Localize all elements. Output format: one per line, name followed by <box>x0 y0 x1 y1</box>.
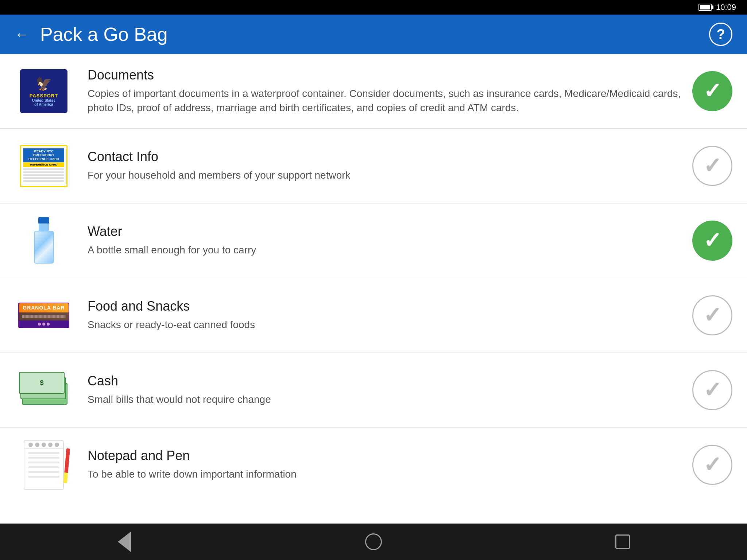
list-item-documents[interactable]: 🦅 PASSPORT United Statesof America Docum… <box>0 54 747 129</box>
status-time: 10:09 <box>716 3 736 12</box>
list-item-water[interactable]: Water A bottle small enough for you to c… <box>0 203 747 278</box>
check-icon: ✓ <box>703 230 721 252</box>
notepad-icon <box>15 439 73 490</box>
notepad-pen-text: Notepad and Pen To be able to write down… <box>88 448 681 481</box>
water-title: Water <box>88 224 681 239</box>
cash-check[interactable]: ✓ <box>692 370 732 410</box>
nav-recents-button[interactable] <box>610 529 635 555</box>
check-icon: ✓ <box>703 80 721 102</box>
water-icon <box>15 215 73 266</box>
food-snacks-text: Food and Snacks Snacks or ready-to-eat c… <box>88 299 681 332</box>
food-snacks-title: Food and Snacks <box>88 299 681 314</box>
water-desc: A bottle small enough for you to carry <box>88 243 681 257</box>
water-check[interactable]: ✓ <box>692 221 732 261</box>
cash-title: Cash <box>88 373 681 389</box>
status-bar-right: 10:09 <box>698 3 736 12</box>
checklist-content: 🦅 PASSPORT United Statesof America Docum… <box>0 54 747 524</box>
nav-back-button[interactable] <box>112 529 137 555</box>
check-icon: ✓ <box>703 304 721 326</box>
status-bar: 10:09 <box>0 0 747 15</box>
documents-check[interactable]: ✓ <box>692 71 732 111</box>
cash-desc: Small bills that would not require chang… <box>88 392 681 407</box>
documents-text: Documents Copies of important documents … <box>88 67 681 115</box>
food-snacks-icon: GRANOLA BAR <box>15 290 73 341</box>
water-text: Water A bottle small enough for you to c… <box>88 224 681 257</box>
food-snacks-desc: Snacks or ready-to-eat canned foods <box>88 318 681 332</box>
contact-info-icon: READY NYCEMERGENCY REFERENCE CARD REFERE… <box>15 140 73 191</box>
battery-icon <box>698 4 712 11</box>
documents-desc: Copies of important documents in a water… <box>88 86 681 115</box>
back-button[interactable]: ← <box>15 26 29 43</box>
check-icon: ✓ <box>703 155 721 177</box>
home-nav-icon <box>365 533 382 550</box>
back-nav-icon <box>118 532 131 552</box>
help-button[interactable]: ? <box>709 23 732 46</box>
notepad-pen-desc: To be able to write down important infor… <box>88 467 681 481</box>
list-item-notepad-pen[interactable]: Notepad and Pen To be able to write down… <box>0 428 747 502</box>
notepad-pen-title: Notepad and Pen <box>88 448 681 463</box>
check-icon: ✓ <box>703 379 721 401</box>
cash-icon: $ $ $ <box>15 365 73 416</box>
contact-info-check[interactable]: ✓ <box>692 146 732 186</box>
bottom-nav <box>0 524 747 560</box>
contact-info-text: Contact Info For your household and memb… <box>88 149 681 182</box>
list-item-contact-info[interactable]: READY NYCEMERGENCY REFERENCE CARD REFERE… <box>0 129 747 203</box>
cash-text: Cash Small bills that would not require … <box>88 373 681 407</box>
nav-home-button[interactable] <box>361 529 386 555</box>
check-icon: ✓ <box>703 454 721 476</box>
documents-title: Documents <box>88 67 681 83</box>
contact-info-title: Contact Info <box>88 149 681 164</box>
notepad-pen-check[interactable]: ✓ <box>692 445 732 485</box>
app-bar: ← Pack a Go Bag ? <box>0 15 747 54</box>
list-item-food-snacks[interactable]: GRANOLA BAR Food and Snacks Snacks or re… <box>0 278 747 353</box>
page-title: Pack a Go Bag <box>40 23 709 45</box>
documents-icon: 🦅 PASSPORT United Statesof America <box>15 66 73 117</box>
list-item-cash[interactable]: $ $ $ Cash Small bills that would not re… <box>0 353 747 428</box>
food-snacks-check[interactable]: ✓ <box>692 295 732 335</box>
contact-info-desc: For your household and members of your s… <box>88 168 681 182</box>
recents-nav-icon <box>615 534 630 549</box>
